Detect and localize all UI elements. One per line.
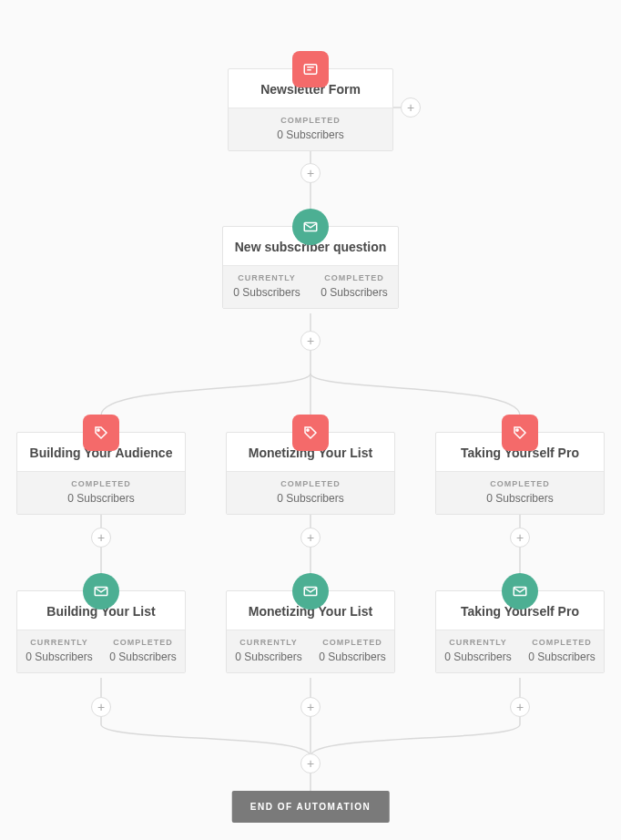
stat-label-completed: COMPLETED (314, 638, 391, 647)
stat-label-completed: COMPLETED (440, 479, 600, 488)
stat-value: 0 Subscribers (230, 650, 307, 663)
add-step-button[interactable]: + (300, 753, 321, 773)
email-icon (83, 573, 119, 610)
node-monetizing-list-tag[interactable]: Monetizing Your List COMPLETED 0 Subscri… (226, 432, 395, 515)
stat-value: 0 Subscribers (314, 286, 394, 299)
stat-value: 0 Subscribers (232, 128, 389, 141)
node-newsletter-form[interactable]: Newsletter Form COMPLETED 0 Subscribers (228, 68, 393, 151)
stat-label-completed: COMPLETED (232, 116, 389, 125)
add-branch-button[interactable]: + (401, 97, 421, 118)
email-icon (502, 573, 538, 610)
add-step-button[interactable]: + (510, 528, 530, 548)
add-step-button[interactable]: + (510, 697, 530, 717)
stat-label-currently: CURRENTLY (227, 273, 307, 282)
svg-point-14 (97, 429, 99, 431)
tag-icon (292, 415, 329, 451)
add-step-button[interactable]: + (300, 163, 321, 183)
add-step-button[interactable]: + (91, 528, 111, 548)
stat-label-completed: COMPLETED (524, 638, 600, 647)
node-building-audience[interactable]: Building Your Audience COMPLETED 0 Subsc… (16, 432, 186, 515)
email-icon (292, 209, 329, 245)
node-building-list[interactable]: Building Your List CURRENTLY 0 Subscribe… (16, 590, 186, 673)
stat-label-completed: COMPLETED (21, 479, 181, 488)
add-step-button[interactable]: + (300, 697, 321, 717)
stat-value: 0 Subscribers (314, 650, 391, 663)
stat-value: 0 Subscribers (524, 650, 600, 663)
stat-value: 0 Subscribers (105, 650, 181, 663)
stat-label-currently: CURRENTLY (21, 638, 97, 647)
tag-icon (502, 415, 538, 451)
node-subscriber-question[interactable]: New subscriber question CURRENTLY 0 Subs… (222, 226, 399, 309)
node-taking-pro-seq[interactable]: Taking Yourself Pro CURRENTLY 0 Subscrib… (435, 590, 605, 673)
add-step-button[interactable]: + (300, 528, 321, 548)
node-taking-pro-tag[interactable]: Taking Yourself Pro COMPLETED 0 Subscrib… (435, 432, 605, 515)
stat-label-currently: CURRENTLY (440, 638, 516, 647)
stat-label-currently: CURRENTLY (230, 638, 307, 647)
stat-value: 0 Subscribers (440, 492, 600, 505)
add-step-button[interactable]: + (300, 331, 321, 351)
stat-label-completed: COMPLETED (230, 479, 391, 488)
end-of-automation-badge: END OF AUTOMATION (232, 791, 390, 823)
form-icon (292, 51, 329, 87)
automation-canvas: Newsletter Form COMPLETED 0 Subscribers … (0, 0, 621, 840)
stat-value: 0 Subscribers (21, 492, 181, 505)
stat-label-completed: COMPLETED (105, 638, 181, 647)
svg-point-15 (307, 429, 309, 431)
stat-value: 0 Subscribers (227, 286, 307, 299)
email-icon (292, 573, 329, 610)
stat-label-completed: COMPLETED (314, 273, 394, 282)
stat-value: 0 Subscribers (230, 492, 391, 505)
node-monetizing-list-seq[interactable]: Monetizing Your List CURRENTLY 0 Subscri… (226, 590, 395, 673)
stat-value: 0 Subscribers (440, 650, 516, 663)
stat-value: 0 Subscribers (21, 650, 97, 663)
add-step-button[interactable]: + (91, 697, 111, 717)
svg-point-16 (516, 429, 518, 431)
tag-icon (83, 415, 119, 451)
